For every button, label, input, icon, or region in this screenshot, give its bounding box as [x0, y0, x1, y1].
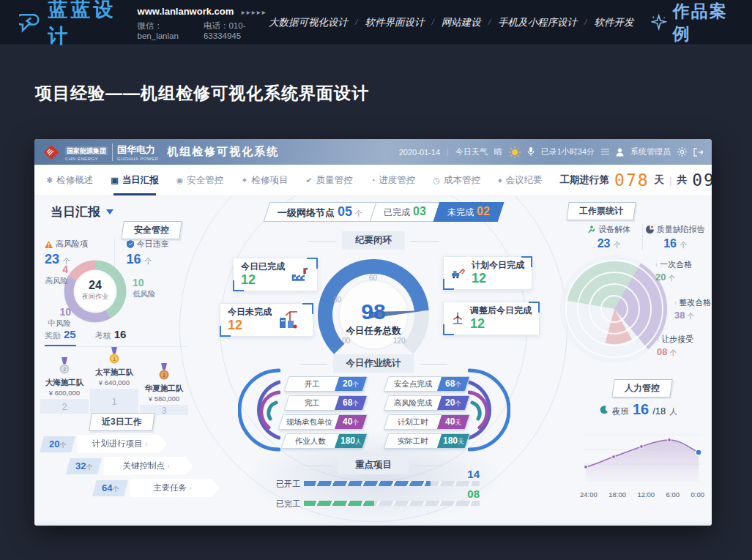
app-title: 机组检修可视化系统 [167, 145, 279, 159]
arc-decoration-left [238, 367, 280, 452]
company2-cn: 国华电力 [117, 144, 155, 155]
card-uncompleted-today: 今日未完成 12 [220, 303, 313, 337]
microphone-icon[interactable] [527, 147, 535, 157]
site-logo[interactable]: 蓝蓝设计 [19, 0, 123, 49]
username[interactable]: 系统管理员 [630, 146, 671, 157]
card-adjusted-today: 调整后今日完成 12 [443, 302, 540, 335]
reward-toggle[interactable]: 奖励25 [45, 328, 76, 346]
assess-toggle[interactable]: 考核16 [95, 328, 127, 341]
tab-cost[interactable]: ◷ 成本管控 [433, 165, 480, 195]
gold-medal-icon: 1 [108, 347, 120, 365]
portfolio-link[interactable]: 作品案例 [651, 0, 733, 45]
podium-rank1: 1 太平施工队 ¥ 640,000 1 [90, 347, 138, 414]
record-duration: 已录1小时34分 [541, 146, 595, 157]
chevron-right-icon: › [167, 462, 169, 470]
recent-row-key-points[interactable]: 32个 关键控制点 › [68, 457, 193, 475]
sun-icon [509, 146, 521, 158]
panel-title-daily-report[interactable]: 当日汇报 [51, 204, 113, 220]
nav-separator: / [355, 17, 357, 28]
nav-item-dev[interactable]: 软件开发 [594, 16, 633, 29]
recent-count: 64个 [92, 480, 128, 496]
wind-turbine-icon [451, 309, 464, 328]
work-stat-started: 开工 20个 [284, 376, 368, 392]
svg-text:2: 2 [63, 367, 66, 372]
tab-projects[interactable]: ✦ 检修项目 [241, 165, 288, 195]
donut-center-label: 夜间作业 [62, 292, 128, 302]
tab-label: 进度管控 [379, 174, 415, 187]
work-stats-title: 今日作业统计 [333, 354, 414, 373]
card-planned-today: 计划今日完成 12 [443, 256, 532, 290]
svg-text:3: 3 [163, 373, 165, 378]
key-finished-value: 08 [447, 488, 480, 500]
rose-label-concession: ‹让步接受 08 个 [657, 334, 693, 359]
nav-item-mobile[interactable]: 手机及小程序设计 [498, 16, 577, 29]
completed-pill: 已完成 03 [370, 202, 441, 222]
tab-minutes[interactable]: ♦ 会议纪要 [498, 165, 543, 195]
rose-label-rectified: ‹整改合格 38 个 [674, 297, 711, 323]
tab-label: 成本管控 [444, 174, 480, 187]
logout-icon[interactable] [693, 148, 703, 157]
podium-step: 2 [40, 399, 89, 414]
nav-separator: / [584, 17, 587, 28]
chevron-right-icon: › [189, 484, 191, 492]
work-stat-workers: 作业人数 180人 [281, 433, 368, 449]
donut-center: 24 夜间作业 [62, 279, 128, 302]
chart-x-axis: 24:00 18:00 12:00 6:00 0:00 [580, 490, 704, 499]
svg-text:60: 60 [369, 274, 378, 282]
site-url[interactable]: www.lanlanwork.com [138, 6, 234, 17]
nav-item-bigdata[interactable]: 大数据可视化设计 [269, 16, 348, 29]
daily-report-icon: ▣ [111, 176, 118, 185]
team-amount: ¥ 640,000 [90, 378, 138, 387]
recent-row-main-tasks[interactable]: 64个 主要任务 › [94, 479, 219, 497]
worker-icon [587, 225, 595, 234]
chevron-left-icon: ‹ [657, 335, 659, 343]
nav-separator: / [488, 17, 491, 28]
stat-label: 今日违章 [137, 239, 169, 250]
network-node-pill: 一级网络节点 05 个 [264, 202, 377, 222]
donut-center-value: 24 [62, 279, 128, 292]
shield-icon [127, 240, 134, 248]
recent-label: 计划进行项目 › [77, 435, 166, 453]
gear-icon[interactable] [677, 147, 687, 157]
sparkle-star-icon [651, 13, 666, 32]
key-started-value: 14 [447, 468, 480, 480]
weather-label: 今日天气 [455, 146, 488, 157]
schedule-unit: 天 [655, 173, 665, 187]
podium-step: 1 [90, 389, 138, 414]
schedule-total-days: 090 [692, 171, 712, 190]
tab-quality[interactable]: ✔ 质量管控 [305, 165, 352, 195]
team-name: 太平施工队 [90, 367, 138, 378]
tab-safety[interactable]: ◉ 安全管控 [176, 165, 224, 195]
list-icon[interactable] [601, 149, 609, 155]
team-ranking-podium: 2 大海施工队 ¥ 600,000 2 1 太平施工队 ¥ 640,000 1 [40, 347, 190, 411]
manpower-area-chart: 24:00 18:00 12:00 6:00 0:00 [580, 422, 704, 499]
chevron-left-icon: ‹ [655, 261, 658, 269]
tab-daily-report[interactable]: ▣ 当日汇报 [111, 165, 158, 195]
silver-medal-icon: 2 [59, 357, 70, 375]
work-stat-planned-hours: 计划工时 40天 [384, 414, 471, 430]
nav-separator: / [431, 17, 433, 28]
key-finished-bar [304, 501, 480, 506]
nav-item-website[interactable]: 网站建设 [442, 16, 481, 29]
recent-row-planned[interactable]: 20个 计划进行项目 › [42, 435, 166, 453]
tab-overview[interactable]: ✱ 检修概述 [46, 165, 93, 195]
nav-item-software-ui[interactable]: 软件界面设计 [365, 16, 424, 29]
gauge-label: 今日任务总数 [330, 325, 417, 337]
right-stats: 设备解体 23 个 质量缺陷报告 16 个 [576, 224, 708, 250]
recent-label: 主要任务 › [130, 479, 219, 497]
team-amount: ¥ 600,000 [40, 389, 89, 397]
work-stat-contractors: 现场承包单位 40个 [278, 414, 368, 430]
svg-text:00: 00 [342, 337, 351, 345]
tab-progress[interactable]: ◔ 进度管控 [371, 165, 416, 195]
overview-icon: ✱ [46, 176, 53, 185]
disassembly-stat: 设备解体 23 个 [576, 224, 642, 250]
recent-label: 关键控制点 › [103, 457, 193, 475]
chevron-right-icon: › [145, 440, 147, 448]
work-stat-finished: 完工 68个 [284, 395, 368, 411]
svg-text:1: 1 [113, 356, 116, 362]
quality-icon: ✔ [305, 176, 312, 185]
cost-icon: ◷ [433, 176, 440, 185]
tab-label: 检修概述 [56, 174, 93, 187]
company1-cn: 国家能源集团 [65, 146, 108, 155]
excavator-icon [451, 264, 466, 282]
